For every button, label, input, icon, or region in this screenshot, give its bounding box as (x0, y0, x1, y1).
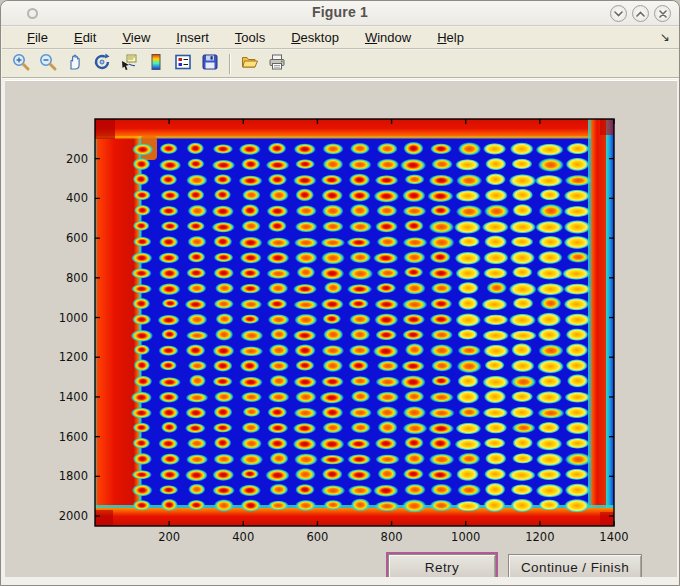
menu-item-desktop[interactable]: Desktop (278, 28, 352, 47)
svg-text:1400: 1400 (59, 390, 88, 404)
menu-item-help[interactable]: Help (424, 28, 477, 47)
zoom-in-icon (11, 52, 31, 75)
svg-text:1400: 1400 (599, 530, 628, 544)
figure-window: Figure 1 FileEditViewInsertToolsDesktopW… (0, 0, 680, 586)
menu-item-view[interactable]: View (109, 28, 163, 47)
window-bottom-frame (1, 577, 679, 585)
svg-text:800: 800 (381, 530, 403, 544)
close-icon (659, 10, 667, 18)
svg-text:1200: 1200 (525, 530, 554, 544)
window-title: Figure 1 (1, 4, 679, 20)
dock-figure-icon[interactable]: ↘ (660, 30, 670, 44)
maximize-button[interactable] (632, 5, 649, 22)
pan-button[interactable] (62, 52, 87, 76)
insert-legend-button[interactable] (170, 52, 195, 76)
svg-text:1000: 1000 (451, 530, 480, 544)
toolbar-separator (229, 54, 230, 74)
rotate-3d-icon (92, 52, 112, 75)
svg-text:200: 200 (158, 530, 180, 544)
save-figure-button[interactable] (197, 52, 222, 76)
shade-button[interactable] (610, 5, 627, 22)
figure-canvas[interactable]: 2004006008001000120014002004006008001000… (5, 80, 677, 579)
colorbar-icon (146, 52, 166, 75)
printer-icon (267, 52, 287, 75)
menu-item-edit[interactable]: Edit (61, 28, 109, 47)
zoom-out-button[interactable] (35, 52, 60, 76)
svg-text:2000: 2000 (59, 509, 88, 523)
svg-text:800: 800 (66, 271, 88, 285)
print-button[interactable] (264, 52, 289, 76)
plate-heatmap-plot[interactable]: 2004006008001000120014002004006008001000… (5, 80, 677, 579)
open-file-button[interactable] (237, 52, 262, 76)
legend-icon (173, 52, 193, 75)
svg-text:400: 400 (66, 191, 88, 205)
data-cursor-icon (119, 52, 139, 75)
zoom-out-icon (38, 52, 58, 75)
menubar: FileEditViewInsertToolsDesktopWindowHelp… (2, 27, 680, 49)
svg-text:1000: 1000 (59, 311, 88, 325)
svg-text:1800: 1800 (59, 469, 88, 483)
svg-text:200: 200 (66, 152, 88, 166)
window-controls (610, 5, 671, 22)
svg-text:600: 600 (306, 530, 328, 544)
toolbar (2, 50, 680, 78)
save-icon (200, 52, 220, 75)
open-folder-icon (240, 52, 260, 75)
chevron-down-icon (614, 11, 623, 17)
menu-item-window[interactable]: Window (352, 28, 424, 47)
svg-text:400: 400 (232, 530, 254, 544)
menu-item-insert[interactable]: Insert (163, 28, 222, 47)
titlebar[interactable]: Figure 1 (1, 1, 679, 26)
menu-item-tools[interactable]: Tools (222, 28, 278, 47)
colorbar-button[interactable] (143, 52, 168, 76)
rotate-3d-button[interactable] (89, 52, 114, 76)
hand-icon (65, 52, 85, 75)
svg-text:600: 600 (66, 231, 88, 245)
chevron-up-icon (636, 11, 645, 17)
menu-item-file[interactable]: File (14, 28, 61, 47)
zoom-in-button[interactable] (8, 52, 33, 76)
svg-text:1200: 1200 (59, 350, 88, 364)
svg-text:1600: 1600 (59, 430, 88, 444)
close-button[interactable] (654, 5, 671, 22)
data-cursor-button[interactable] (116, 52, 141, 76)
